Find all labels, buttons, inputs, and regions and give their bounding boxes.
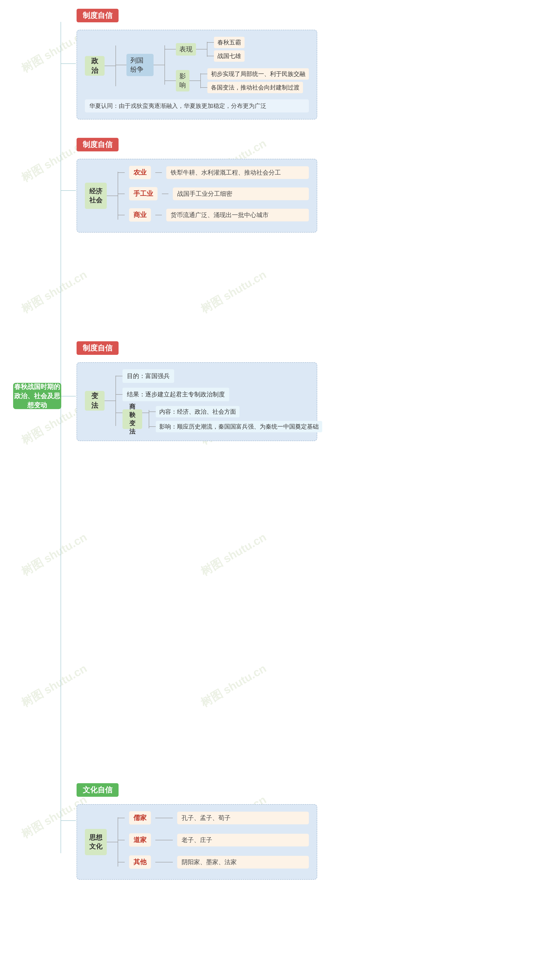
item-purpose: 目的：富国强兵 <box>122 369 174 383</box>
section-politics: 制度自信 政治 列国纷争 <box>77 9 317 119</box>
h-line <box>116 394 122 395</box>
badge-reform: 制度自信 <box>77 341 317 359</box>
label-confucian: 儒家 <box>129 811 151 824</box>
content-others: 阴阳家、墨家、法家 <box>177 856 309 869</box>
h-line-politics <box>60 64 76 64</box>
h-line <box>153 65 165 65</box>
sub-impact: 影响：顺应历史潮流，秦国国富兵强、为秦统一中国奠定基础 <box>156 421 322 432</box>
item-result: 结果：逐步建立起君主专制政治制度 <box>122 388 229 401</box>
node-yingxiang: 影响 <box>176 70 189 92</box>
watermark: 树图 shutu.cn <box>19 530 90 579</box>
central-connector-line <box>60 22 61 853</box>
leaf-zhanguo: 战国七雄 <box>214 50 245 62</box>
h-line <box>162 194 168 194</box>
h-line <box>155 862 173 862</box>
h-line-economy <box>60 190 76 191</box>
h-line-reform <box>60 396 76 396</box>
label-others: 其他 <box>129 855 151 869</box>
content-taoism: 老子、庄子 <box>177 834 309 846</box>
row-taoism: 道家 老子、庄子 <box>118 833 309 847</box>
node-economy: 经济 社会 <box>85 183 107 209</box>
row-confucian: 儒家 孔子、孟子、荀子 <box>118 811 309 824</box>
watermark: 树图 shutu.cn <box>19 661 90 711</box>
h-line <box>155 840 173 840</box>
h-line <box>201 87 207 88</box>
sub-content: 内容：经济、政治、社会方面 <box>156 406 240 417</box>
h-line <box>207 42 214 43</box>
h-line <box>142 412 149 413</box>
row-commerce: 商业 货币流通广泛、涌现出一批中心城市 <box>118 208 309 222</box>
info-huaxia: 华夏认同：由于戎狄蛮夷逐渐融入，华夏族更加稳定，分布更为广泛 <box>85 99 309 113</box>
h-line <box>104 401 116 401</box>
h-line <box>118 172 125 173</box>
h-line <box>155 172 162 173</box>
node-biaoxi: 表现 <box>176 43 196 56</box>
h-line <box>118 215 125 215</box>
content-commerce: 货币流通广泛、涌现出一批中心城市 <box>166 209 309 221</box>
row-others: 其他 阴阳家、墨家、法家 <box>118 855 309 869</box>
h-line <box>196 49 207 49</box>
section-economy: 制度自信 经济 社会 农业 铁犁牛耕、水利灌溉工程、推动社会分工 <box>77 138 317 232</box>
content-confucian: 孔子、孟子、荀子 <box>177 812 309 824</box>
h-line <box>107 196 118 196</box>
watermark: 树图 shutu.cn <box>198 267 269 317</box>
content-handicraft: 战国手工业分工细密 <box>173 188 309 200</box>
badge-politics: 制度自信 <box>77 9 317 26</box>
h-line <box>104 65 116 66</box>
card-reform: 变法 目的：富国强兵 结果：逐步建立起君主专制政治制度 <box>77 362 317 441</box>
h-line <box>116 376 122 376</box>
h-line <box>118 862 125 862</box>
label-commerce: 商业 <box>129 208 151 222</box>
node-politics: 政治 <box>85 56 104 76</box>
badge-culture: 文化自信 <box>77 783 317 801</box>
h-line <box>155 215 162 215</box>
leaf-chunqiu: 春秋五霸 <box>214 37 245 48</box>
h-line <box>118 840 125 840</box>
row-agriculture: 农业 铁犁牛耕、水利灌溉工程、推动社会分工 <box>118 166 309 179</box>
label-taoism: 道家 <box>129 833 151 847</box>
watermark: 树图 shutu.cn <box>198 530 269 579</box>
h-line <box>149 426 156 427</box>
h-line <box>207 56 214 56</box>
label-agriculture: 农业 <box>129 166 151 179</box>
section-reform: 制度自信 变法 目的：富国强兵 <box>77 341 317 441</box>
watermark: 树图 shutu.cn <box>198 661 269 711</box>
node-reform: 变法 <box>85 391 104 411</box>
h-line <box>118 818 125 818</box>
h-line <box>189 80 200 81</box>
central-node: 春秋战国时期的 政治、社会及思想变动 <box>13 383 61 409</box>
card-economy: 经济 社会 农业 铁犁牛耕、水利灌溉工程、推动社会分工 <box>77 159 317 232</box>
node-shangyang: 商鞅 变法 <box>122 409 142 429</box>
leaf-bianfa: 各国变法，推动社会向封建制过渡 <box>207 82 303 93</box>
h-line <box>107 842 118 842</box>
card-culture: 思想 文化 儒家 孔子、孟子、荀子 道家 <box>77 804 317 880</box>
mind-map: 树图 shutu.cn 树图 shutu.cn 树图 shutu.cn 树图 s… <box>0 0 560 965</box>
node-lieguo: 列国纷争 <box>126 54 153 76</box>
row-handicraft: 手工业 战国手工业分工细密 <box>118 187 309 200</box>
h-line <box>116 412 122 413</box>
h-line <box>149 412 156 412</box>
h-line <box>155 818 173 818</box>
h-line <box>201 74 207 74</box>
label-handicraft: 手工业 <box>129 187 157 200</box>
node-culture: 思想 文化 <box>85 829 107 855</box>
badge-economy: 制度自信 <box>77 138 317 155</box>
h-line <box>165 80 176 81</box>
h-line <box>165 49 176 49</box>
h-line <box>116 65 126 65</box>
h-line-culture <box>60 820 76 821</box>
leaf-tongyi: 初步实现了局部统一、利于民族交融 <box>207 68 309 80</box>
watermark: 树图 shutu.cn <box>19 267 90 317</box>
h-line <box>118 194 125 194</box>
card-politics: 政治 列国纷争 <box>77 30 317 119</box>
section-culture: 文化自信 思想 文化 儒家 孔子、孟子、荀子 <box>77 783 317 880</box>
central-node-label: 春秋战国时期的 政治、社会及思想变动 <box>13 382 61 410</box>
content-agriculture: 铁犁牛耕、水利灌溉工程、推动社会分工 <box>166 166 309 179</box>
